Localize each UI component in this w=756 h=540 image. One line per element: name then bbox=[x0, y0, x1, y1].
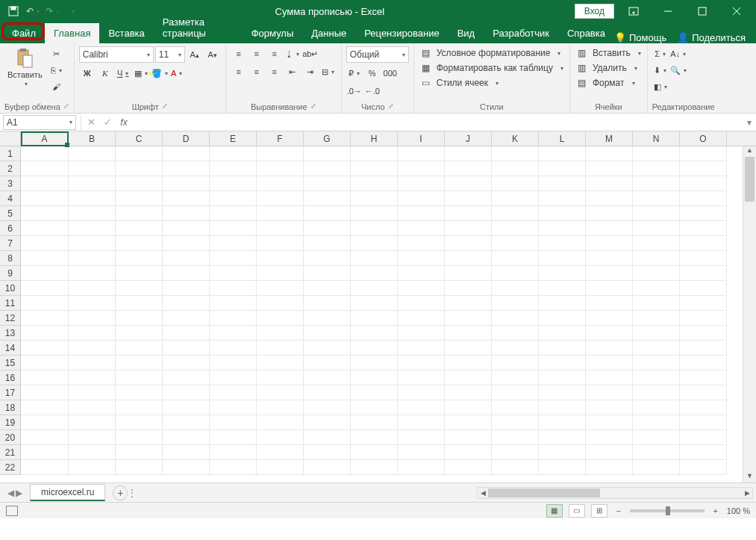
cell[interactable] bbox=[69, 161, 116, 176]
cell[interactable] bbox=[633, 341, 680, 356]
tab-home[interactable]: Главная bbox=[45, 23, 99, 43]
cell[interactable] bbox=[163, 460, 210, 475]
cell[interactable] bbox=[633, 281, 680, 296]
cell[interactable] bbox=[116, 206, 163, 221]
cell[interactable] bbox=[21, 281, 69, 296]
cell[interactable] bbox=[210, 236, 257, 251]
cell[interactable] bbox=[21, 341, 69, 356]
cell[interactable] bbox=[680, 161, 727, 176]
sheet-prev-icon[interactable]: ◀ bbox=[7, 488, 14, 498]
cell[interactable] bbox=[633, 206, 680, 221]
row-header[interactable]: 1 bbox=[0, 146, 21, 161]
font-color-icon[interactable]: A▾ bbox=[169, 66, 185, 81]
fill-icon[interactable]: ⬇▾ bbox=[652, 63, 669, 78]
cell[interactable] bbox=[116, 385, 163, 400]
cell[interactable] bbox=[586, 191, 633, 206]
cell[interactable] bbox=[586, 266, 633, 281]
cell[interactable] bbox=[492, 266, 539, 281]
tell-me-button[interactable]: 💡Помощь bbox=[614, 32, 666, 43]
cell[interactable] bbox=[69, 460, 116, 475]
cell[interactable] bbox=[257, 400, 304, 415]
cell[interactable] bbox=[163, 370, 210, 385]
maximize-icon[interactable] bbox=[687, 1, 717, 22]
cell[interactable] bbox=[21, 266, 69, 281]
cell[interactable] bbox=[633, 415, 680, 430]
cell[interactable] bbox=[304, 385, 351, 400]
cell[interactable] bbox=[210, 445, 257, 460]
cell[interactable] bbox=[210, 281, 257, 296]
expand-formula-bar-icon[interactable]: ▾ bbox=[743, 117, 756, 128]
cell[interactable] bbox=[680, 385, 727, 400]
scroll-left-icon[interactable]: ◀ bbox=[478, 488, 488, 498]
row-header[interactable]: 13 bbox=[0, 326, 21, 341]
cell[interactable] bbox=[492, 281, 539, 296]
cell[interactable] bbox=[633, 430, 680, 445]
column-header[interactable]: O bbox=[680, 131, 727, 146]
cell[interactable] bbox=[492, 161, 539, 176]
cell[interactable] bbox=[351, 341, 398, 356]
row-header[interactable]: 15 bbox=[0, 356, 21, 370]
cell[interactable] bbox=[163, 445, 210, 460]
cell[interactable] bbox=[445, 251, 492, 266]
cell[interactable] bbox=[633, 266, 680, 281]
cell[interactable] bbox=[633, 326, 680, 341]
cell[interactable] bbox=[69, 281, 116, 296]
cell[interactable] bbox=[69, 221, 116, 236]
tab-developer[interactable]: Разработчик bbox=[484, 23, 558, 43]
cell[interactable] bbox=[257, 176, 304, 191]
cell[interactable] bbox=[351, 281, 398, 296]
cell[interactable] bbox=[445, 356, 492, 370]
tab-insert[interactable]: Вставка bbox=[99, 23, 153, 43]
cell[interactable] bbox=[633, 191, 680, 206]
cell[interactable] bbox=[69, 415, 116, 430]
format-painter-icon[interactable]: 🖌 bbox=[49, 79, 65, 94]
cell[interactable] bbox=[492, 460, 539, 475]
cell[interactable] bbox=[304, 191, 351, 206]
cell[interactable] bbox=[304, 206, 351, 221]
cell[interactable] bbox=[257, 311, 304, 326]
cell[interactable] bbox=[210, 370, 257, 385]
decrease-indent-icon[interactable]: ⇤ bbox=[284, 64, 301, 79]
cell[interactable] bbox=[445, 296, 492, 311]
cell[interactable] bbox=[351, 370, 398, 385]
cell[interactable] bbox=[445, 341, 492, 356]
cell[interactable] bbox=[586, 206, 633, 221]
clipboard-launcher-icon[interactable]: ⤢ bbox=[63, 102, 69, 111]
cell[interactable] bbox=[257, 370, 304, 385]
cell[interactable] bbox=[304, 296, 351, 311]
cell[interactable] bbox=[539, 266, 586, 281]
cell[interactable] bbox=[445, 311, 492, 326]
cell[interactable] bbox=[492, 385, 539, 400]
row-header[interactable]: 3 bbox=[0, 176, 21, 191]
cell[interactable] bbox=[257, 430, 304, 445]
cell[interactable] bbox=[680, 460, 727, 475]
cell[interactable] bbox=[163, 281, 210, 296]
cell[interactable] bbox=[680, 341, 727, 356]
row-header[interactable]: 16 bbox=[0, 370, 21, 385]
cell[interactable] bbox=[492, 341, 539, 356]
cell[interactable] bbox=[539, 161, 586, 176]
cell[interactable] bbox=[539, 400, 586, 415]
cell[interactable] bbox=[163, 251, 210, 266]
cell[interactable] bbox=[21, 296, 69, 311]
cell[interactable] bbox=[116, 266, 163, 281]
comma-icon[interactable]: 000 bbox=[382, 66, 399, 81]
column-header[interactable]: L bbox=[539, 131, 586, 146]
add-sheet-button[interactable]: + bbox=[113, 485, 128, 500]
cell[interactable] bbox=[351, 251, 398, 266]
cell[interactable] bbox=[210, 191, 257, 206]
cell[interactable] bbox=[633, 356, 680, 370]
cell[interactable] bbox=[21, 311, 69, 326]
cell[interactable] bbox=[680, 445, 727, 460]
cell[interactable] bbox=[163, 326, 210, 341]
zoom-slider[interactable] bbox=[630, 509, 705, 512]
align-top-icon[interactable]: ≡ bbox=[231, 46, 247, 61]
scroll-right-icon[interactable]: ▶ bbox=[742, 488, 752, 498]
cell[interactable] bbox=[633, 311, 680, 326]
cell[interactable] bbox=[680, 221, 727, 236]
cell[interactable] bbox=[21, 370, 69, 385]
align-right-icon[interactable]: ≡ bbox=[266, 64, 283, 79]
cell[interactable] bbox=[445, 206, 492, 221]
cell[interactable] bbox=[633, 176, 680, 191]
delete-cells-button[interactable]: ▥Удалить▾ bbox=[575, 61, 643, 75]
